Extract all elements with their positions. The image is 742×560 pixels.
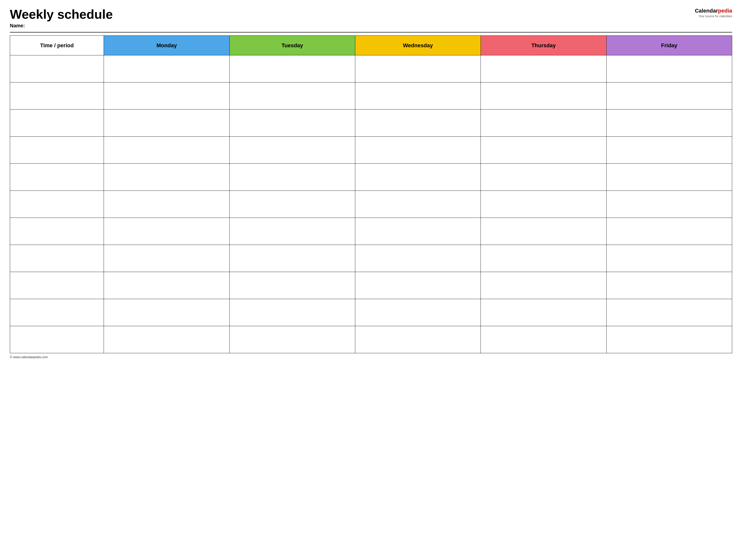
table-row (10, 55, 732, 82)
page-header: Weekly schedule Name: Calendarpedia Your… (10, 7, 732, 29)
schedule-cell[interactable] (481, 245, 606, 272)
header-time: Time / period (10, 36, 104, 55)
schedule-cell[interactable] (355, 218, 481, 245)
schedule-cell[interactable] (606, 82, 732, 110)
header-monday: Monday (104, 36, 229, 55)
schedule-cell[interactable] (104, 326, 229, 353)
schedule-cell[interactable] (481, 82, 606, 110)
logo-text: Calendarpedia (695, 7, 732, 14)
schedule-cell[interactable] (104, 272, 229, 299)
schedule-cell[interactable] (355, 299, 481, 326)
schedule-cell[interactable] (481, 218, 606, 245)
schedule-cell[interactable] (104, 164, 229, 191)
time-cell[interactable] (10, 191, 104, 218)
schedule-cell[interactable] (229, 218, 355, 245)
table-header-row: Time / period Monday Tuesday Wednesday T… (10, 36, 732, 55)
table-row (10, 110, 732, 136)
schedule-cell[interactable] (606, 218, 732, 245)
table-row (10, 136, 732, 164)
time-cell[interactable] (10, 164, 104, 191)
schedule-cell[interactable] (481, 55, 606, 82)
time-cell[interactable] (10, 55, 104, 82)
schedule-cell[interactable] (104, 136, 229, 164)
logo-pedia-text: pedia (718, 8, 732, 14)
schedule-cell[interactable] (104, 110, 229, 136)
schedule-cell[interactable] (606, 245, 732, 272)
page-title: Weekly schedule (10, 7, 113, 21)
header-friday: Friday (606, 36, 732, 55)
schedule-cell[interactable] (355, 164, 481, 191)
logo-calendar-text: Calendar (695, 8, 718, 14)
time-cell[interactable] (10, 299, 104, 326)
schedule-cell[interactable] (104, 55, 229, 82)
schedule-cell[interactable] (481, 136, 606, 164)
logo-tagline: Your source for calendars (695, 14, 732, 18)
schedule-cell[interactable] (481, 191, 606, 218)
schedule-cell[interactable] (481, 326, 606, 353)
schedule-cell[interactable] (481, 110, 606, 136)
schedule-cell[interactable] (355, 272, 481, 299)
table-row (10, 326, 732, 353)
schedule-cell[interactable] (229, 245, 355, 272)
title-area: Weekly schedule Name: (10, 7, 113, 29)
table-row (10, 245, 732, 272)
header-tuesday: Tuesday (229, 36, 355, 55)
header-wednesday: Wednesday (355, 36, 481, 55)
name-label: Name: (10, 23, 113, 29)
schedule-cell[interactable] (355, 136, 481, 164)
schedule-cell[interactable] (229, 136, 355, 164)
schedule-cell[interactable] (481, 272, 606, 299)
table-row (10, 272, 732, 299)
logo-area: Calendarpedia Your source for calendars (695, 7, 732, 18)
table-row (10, 299, 732, 326)
schedule-cell[interactable] (229, 299, 355, 326)
schedule-cell[interactable] (606, 326, 732, 353)
schedule-cell[interactable] (355, 82, 481, 110)
time-cell[interactable] (10, 110, 104, 136)
schedule-cell[interactable] (229, 55, 355, 82)
schedule-cell[interactable] (606, 164, 732, 191)
time-cell[interactable] (10, 326, 104, 353)
schedule-cell[interactable] (606, 110, 732, 136)
schedule-cell[interactable] (104, 245, 229, 272)
schedule-cell[interactable] (606, 272, 732, 299)
time-cell[interactable] (10, 272, 104, 299)
schedule-cell[interactable] (229, 191, 355, 218)
schedule-cell[interactable] (481, 299, 606, 326)
schedule-cell[interactable] (355, 55, 481, 82)
schedule-cell[interactable] (104, 191, 229, 218)
schedule-cell[interactable] (229, 82, 355, 110)
schedule-cell[interactable] (606, 191, 732, 218)
schedule-cell[interactable] (104, 218, 229, 245)
schedule-cell[interactable] (606, 299, 732, 326)
time-cell[interactable] (10, 218, 104, 245)
table-row (10, 191, 732, 218)
header-divider (10, 32, 732, 33)
schedule-cell[interactable] (606, 55, 732, 82)
schedule-table: Time / period Monday Tuesday Wednesday T… (10, 36, 732, 353)
table-row (10, 218, 732, 245)
schedule-cell[interactable] (355, 110, 481, 136)
schedule-cell[interactable] (481, 164, 606, 191)
time-cell[interactable] (10, 82, 104, 110)
schedule-cell[interactable] (229, 326, 355, 353)
time-cell[interactable] (10, 136, 104, 164)
schedule-cell[interactable] (606, 136, 732, 164)
schedule-cell[interactable] (355, 245, 481, 272)
table-row (10, 82, 732, 110)
schedule-cell[interactable] (104, 299, 229, 326)
footer: © www.calendarpedia.com (10, 355, 732, 359)
table-row (10, 164, 732, 191)
schedule-cell[interactable] (355, 326, 481, 353)
time-cell[interactable] (10, 245, 104, 272)
schedule-cell[interactable] (104, 82, 229, 110)
schedule-cell[interactable] (229, 164, 355, 191)
schedule-cell[interactable] (355, 191, 481, 218)
header-thursday: Thursday (481, 36, 606, 55)
schedule-cell[interactable] (229, 272, 355, 299)
schedule-cell[interactable] (229, 110, 355, 136)
copyright-text: © www.calendarpedia.com (10, 355, 48, 359)
